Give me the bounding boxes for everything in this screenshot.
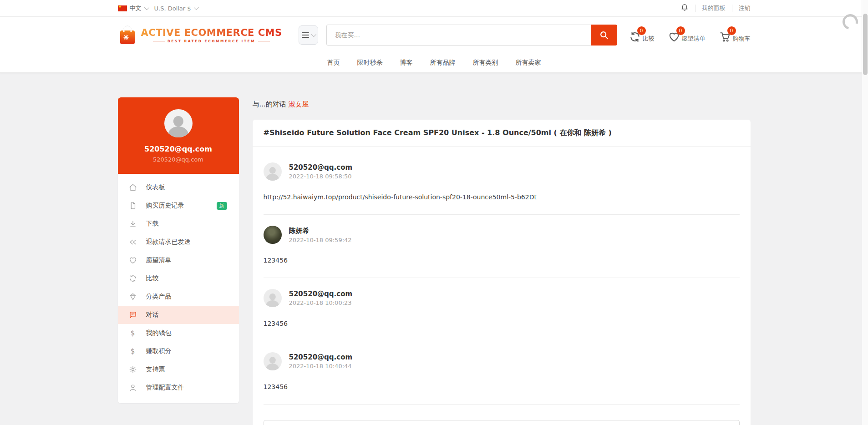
main-nav: 首页 限时秒杀 博客 所有品牌 所有类别 所有卖家 (0, 53, 868, 73)
nav-item-all-sellers[interactable]: 所有卖家 (516, 59, 541, 67)
sidebar-item-dashboard[interactable]: 仪表板 (118, 178, 239, 197)
search-bar (326, 25, 617, 46)
chevron-down-icon (144, 5, 149, 10)
cart-button[interactable]: 0 购物车 (719, 27, 751, 43)
avatar (264, 289, 282, 307)
profile-name: 520520@qq.com (122, 145, 234, 153)
sidebar-item-conversations[interactable]: 对话 (118, 306, 239, 324)
rewind-icon (129, 238, 137, 246)
avatar (264, 162, 282, 181)
download-icon (129, 220, 137, 228)
shopping-bag-icon (118, 25, 137, 46)
page-scrollbar[interactable] (862, 0, 868, 425)
message-sender: 520520@qq.com (289, 163, 353, 172)
message-row: 520520@qq.com 2022-10-18 10:40:44 123456 (264, 341, 740, 405)
sidebar-item-classified-products[interactable]: 分类产品 (118, 288, 239, 306)
divider (695, 5, 695, 12)
message-sender: 520520@qq.com (289, 290, 353, 298)
message-sender: 520520@qq.com (289, 353, 353, 361)
dollar-icon: $ (129, 329, 137, 337)
user-sidebar: 520520@qq.com 520520@qq.com 仪表板 购买历史记录 新… (118, 97, 239, 403)
compare-label: 比较 (643, 35, 655, 43)
message-text: 123456 (264, 383, 740, 390)
currency-label: U.S. Dollar $ (154, 5, 191, 12)
chevron-down-icon (193, 5, 198, 10)
new-badge: 新 (217, 202, 227, 210)
support-icon (129, 365, 137, 374)
conversation-title: #Shiseido Future Solution Face Cream SPF… (253, 120, 751, 147)
sidebar-item-manage-profile[interactable]: 管理配置文件 (118, 379, 239, 397)
hamburger-icon (302, 31, 309, 39)
shop-link[interactable]: 淑女屋 (289, 100, 309, 108)
chevron-down-icon (311, 32, 316, 37)
message-row: 520520@qq.com 2022-10-18 09:58:50 http:/… (264, 152, 740, 215)
message-time: 2022-10-18 10:40:44 (289, 363, 353, 369)
conversation-heading: 与...的对话 淑女屋 (253, 100, 751, 109)
chat-icon (129, 311, 137, 319)
compare-button[interactable]: 0 比较 (629, 27, 655, 43)
sidebar-item-earn-points[interactable]: $ 赚取积分 (118, 342, 239, 360)
avatar (264, 226, 282, 244)
nav-item-flash-sale[interactable]: 限时秒杀 (357, 59, 383, 67)
logo-tagline: BEST RATED ECOMMERCE ITEM (141, 39, 282, 43)
avatar (264, 352, 282, 370)
avatar (164, 109, 193, 137)
heart-icon (129, 256, 137, 264)
diamond-icon (129, 293, 137, 301)
refresh-icon (129, 274, 137, 283)
message-text: 123456 (264, 320, 740, 327)
cart-label: 购物车 (733, 35, 751, 43)
sidebar-item-wishlist[interactable]: 愿望清单 (118, 251, 239, 269)
message-sender: 陈妍希 (289, 227, 352, 235)
category-menu-button[interactable] (299, 25, 318, 45)
scrollbar-thumb[interactable] (863, 14, 868, 75)
search-button[interactable] (591, 25, 617, 46)
site-logo[interactable]: ACTIVE ECOMMERCE CMS BEST RATED ECOMMERC… (118, 25, 282, 46)
search-input[interactable] (326, 25, 591, 46)
china-flag-icon (118, 5, 127, 11)
user-icon (129, 384, 137, 392)
logout-link[interactable]: 注销 (739, 4, 751, 12)
reply-input[interactable] (264, 420, 740, 425)
divider (732, 5, 732, 12)
nav-item-all-brands[interactable]: 所有品牌 (430, 59, 456, 67)
sidebar-item-wallet[interactable]: $ 我的钱包 (118, 324, 239, 342)
compare-count-badge: 0 (637, 26, 646, 35)
topbar: 中文 U.S. Dollar $ 我的面板 注销 (0, 0, 868, 17)
language-label: 中文 (130, 4, 142, 12)
nav-item-home[interactable]: 首页 (327, 59, 340, 67)
home-icon (129, 183, 137, 192)
wishlist-button[interactable]: 0 愿望清单 (668, 27, 706, 43)
conversation-panel: #Shiseido Future Solution Face Cream SPF… (253, 120, 751, 425)
cart-count-badge: 0 (727, 26, 736, 35)
sidebar-item-downloads[interactable]: 下载 (118, 215, 239, 233)
profile-card: 520520@qq.com 520520@qq.com (118, 97, 239, 174)
my-panel-link[interactable]: 我的面板 (702, 4, 726, 12)
nav-item-blog[interactable]: 博客 (400, 59, 413, 67)
wishlist-label: 愿望清单 (682, 35, 706, 43)
message-text: http://52.haiwaiym.top/product/shiseido-… (264, 193, 740, 201)
header: ACTIVE ECOMMERCE CMS BEST RATED ECOMMERC… (0, 17, 868, 53)
nav-item-all-categories[interactable]: 所有类别 (473, 59, 498, 67)
message-time: 2022-10-18 09:58:50 (289, 173, 353, 180)
dollar-icon: $ (129, 347, 137, 355)
search-icon (599, 30, 609, 40)
notification-bell-icon[interactable] (680, 3, 689, 13)
message-row: 陈妍希 2022-10-18 09:59:42 123456 (264, 215, 740, 278)
sidebar-item-support-ticket[interactable]: 支持票 (118, 360, 239, 379)
message-time: 2022-10-18 09:59:42 (289, 237, 352, 243)
wishlist-count-badge: 0 (676, 26, 685, 35)
message-text: 123456 (264, 257, 740, 264)
currency-selector[interactable]: U.S. Dollar $ (154, 5, 198, 12)
logo-title: ACTIVE ECOMMERCE CMS (141, 27, 282, 38)
file-icon (129, 202, 137, 210)
profile-email: 520520@qq.com (122, 156, 234, 163)
sidebar-item-compare[interactable]: 比较 (118, 269, 239, 288)
message-row: 520520@qq.com 2022-10-18 10:00:23 123456 (264, 278, 740, 341)
language-selector[interactable]: 中文 (118, 4, 148, 12)
sidebar-item-purchase-history[interactable]: 购买历史记录 新 (118, 197, 239, 215)
message-time: 2022-10-18 10:00:23 (289, 299, 353, 306)
sidebar-item-refund-requests[interactable]: 退款请求已发送 (118, 233, 239, 251)
